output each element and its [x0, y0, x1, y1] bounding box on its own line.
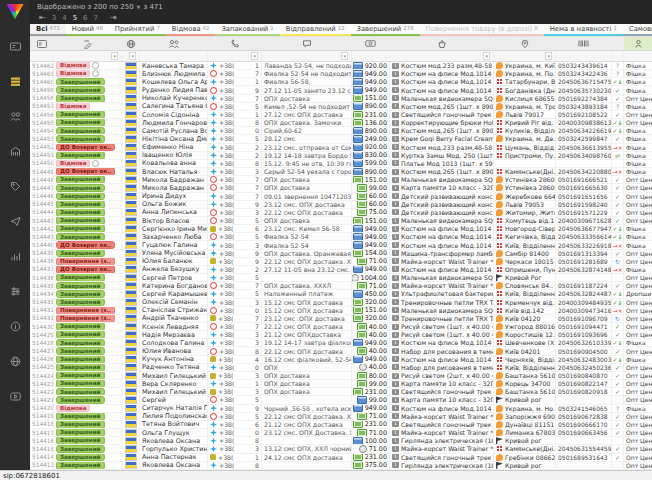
address-cell[interactable]: Львів 79017	[494, 111, 556, 118]
manager-comment[interactable]: 15.12 смс ОПХ доставка	[262, 307, 352, 314]
ttn-number[interactable]: 0501691313394	[556, 250, 612, 257]
video-help-icon[interactable]	[4, 386, 26, 408]
customer-name[interactable]: Вера Скляренко	[140, 380, 208, 387]
table-row[interactable]: 514438 Повернення (з.. Юлия Баланюк +38(…	[30, 258, 652, 266]
ttn-number[interactable]: 0501691187224	[556, 282, 612, 289]
status-cell[interactable]: Завершений	[54, 364, 122, 371]
address-cell[interactable]: Украина, м. Киї..	[494, 62, 556, 69]
product-cell[interactable]: 1 Светящийся гоночный трек Ма..	[390, 388, 494, 395]
address-cell[interactable]: Словянськ 84..	[494, 282, 556, 289]
ttn-number[interactable]: 20450636613955	[556, 144, 612, 151]
table-row[interactable]: 514454 Завершений Самотій Руслана Во.. +…	[30, 127, 652, 135]
phone-cell[interactable]: +38( 6	[208, 421, 262, 428]
table-row[interactable]: 514433 Завершений Олексій Семанін +38( 3…	[30, 299, 652, 307]
orders-icon[interactable]	[4, 71, 26, 93]
address-cell[interactable]: Черняхів, Відділ..	[494, 356, 556, 363]
phone-cell[interactable]: +38( 1	[208, 62, 262, 69]
status-cell[interactable]: Завершений	[54, 339, 122, 346]
manager-comment[interactable]: ОПХ доставка. ХХХЛ	[262, 282, 352, 289]
phone-cell[interactable]: +38( 9	[208, 201, 262, 208]
address-cell[interactable]: Украина, м. Но..	[494, 405, 556, 412]
table-row[interactable]: 514456 Завершений Соломія Сідоніна +38( …	[30, 111, 652, 119]
product-cell[interactable]: 1 Детский развивающий констру..	[390, 201, 494, 208]
customer-name[interactable]: Нікітіна Оксана Дми..	[140, 135, 208, 142]
product-cell[interactable]: 1 Майка-корсет Waist Trainer *142..	[390, 282, 494, 289]
address-cell[interactable]: Київ від.142	[494, 307, 556, 314]
ttn-number[interactable]: 20450634226619	[556, 127, 612, 134]
customer-name[interactable]: Сергієнко Ірина Ми..	[140, 225, 208, 232]
status-cell[interactable]: Відмова	[54, 160, 122, 167]
manager-comment[interactable]: Кемел ,52-54 не подходит	[262, 103, 352, 110]
address-cell[interactable]: Украина, м. Тро..	[494, 103, 556, 110]
product-cell[interactable]: 1 Костюм на флисе Мод.1014 (1ш..	[390, 266, 494, 273]
status-cell[interactable]: Завершений	[54, 413, 122, 420]
col-phone[interactable]	[208, 37, 262, 50]
product-cell[interactable]: 1 Костюм на флисе Мод.1014 (1ш..	[390, 70, 494, 77]
phone-cell[interactable]: +38( 8	[208, 437, 262, 444]
table-row[interactable]: 514423 Завершений Вера Скляренко +38( 1 …	[30, 380, 652, 388]
address-cell[interactable]: Самбір 81400	[494, 250, 556, 257]
status-cell[interactable]: Відмова	[54, 405, 122, 412]
manager-comment[interactable]: Фиалка 56-58,	[262, 78, 352, 85]
address-cell[interactable]	[494, 160, 556, 167]
status-cell[interactable]: ДО Возврат ок..	[54, 266, 122, 273]
phone-cell[interactable]: +38( 3	[208, 388, 262, 395]
ttn-number[interactable]	[556, 274, 612, 281]
table-row[interactable]: 514436 Завершений Сергей Петров +38( 5 1…	[30, 274, 652, 282]
ttn-number[interactable]: 0501691598240	[556, 201, 612, 208]
address-cell[interactable]: Коростишів 12..	[494, 331, 556, 338]
product-cell[interactable]: 1 Гирлянда электрическая (100 л..	[390, 437, 494, 444]
manager-comment[interactable]: ОПХ доставка	[262, 380, 352, 387]
product-cell[interactable]: 1 Тренировочные петли TRX Train..	[390, 299, 494, 306]
company-icon[interactable]	[4, 141, 26, 163]
page-number[interactable]: 6	[83, 14, 87, 22]
phone-cell[interactable]: +38( 2	[208, 266, 262, 273]
product-cell[interactable]: 1 Костюм на флисе Мод.1014 (1ш..	[390, 233, 494, 240]
ttn-number[interactable]: 20400309671628	[556, 217, 612, 224]
product-cell[interactable]: 1 Светящийся гоночный трек Ма..	[390, 454, 494, 461]
address-cell[interactable]: Цумань, Віддід..	[494, 144, 556, 151]
customer-name[interactable]: Кошелева Ольга Ар..	[140, 78, 208, 85]
product-cell[interactable]: 1 Маленькая видеокамера SQ8 *..	[390, 176, 494, 183]
customer-name[interactable]: Радченко Тетяна	[140, 364, 208, 371]
table-row[interactable]: 514425 Завершений Радченко Тетяна +38( 0…	[30, 364, 652, 372]
status-cell[interactable]: Завершений	[54, 176, 122, 183]
ttn-number[interactable]: 20400309473416	[556, 307, 612, 314]
status-cell[interactable]: Завершений	[54, 86, 122, 93]
customer-name[interactable]: Сергей Петров	[140, 274, 208, 281]
status-cell[interactable]: Завершений	[54, 462, 122, 469]
product-cell[interactable]: 1 Костюм мод.265 (1шт. х 890.00 ..	[390, 168, 494, 175]
phone-cell[interactable]: +38( 3	[208, 209, 262, 216]
phone-cell[interactable]: +38( 5	[208, 413, 262, 420]
page-number[interactable]: 3	[52, 14, 56, 22]
status-cell[interactable]: Завершений	[54, 152, 122, 159]
ttn-number[interactable]: 0503243422436	[556, 70, 612, 77]
manager-comment[interactable]: ОПХ доставка. Оранжевая	[262, 250, 352, 257]
status-cell[interactable]: Завершений	[54, 437, 122, 444]
manager-comment[interactable]: 21.12 смс ОПХдоставка	[262, 331, 352, 338]
status-cell[interactable]: Завершений	[54, 78, 122, 85]
phone-cell[interactable]: +38( 9	[208, 258, 262, 265]
product-cell[interactable]: 1 Светящийся гоночный трек Ма..	[390, 421, 494, 428]
customer-name[interactable]: Олексій Семанін	[140, 299, 208, 306]
customer-name[interactable]: Михаил Гилецький	[140, 372, 208, 379]
manager-comment[interactable]: 27.12 11-05 занято 23.12 смс.	[262, 86, 352, 93]
col-ttn-status[interactable]	[612, 37, 624, 50]
table-row[interactable]: 514437 ДО Возврат ок.. Анжела Безушку +3…	[30, 266, 652, 274]
table-row[interactable]: 514422 Завершений Михаил Гилецький +38( …	[30, 388, 652, 396]
address-cell[interactable]: Шевченкове (Х..	[494, 339, 556, 346]
per-page-dropdown[interactable]: ▼	[137, 4, 141, 10]
ttn-number[interactable]: 0501690822147	[556, 380, 612, 387]
product-cell[interactable]: 1 Набор для рисования в темнот..	[390, 347, 494, 354]
status-cell[interactable]: Завершений	[54, 119, 122, 126]
phone-cell[interactable]: +38( 3	[208, 372, 262, 379]
ttn-number[interactable]: 0501692274384	[556, 95, 612, 102]
customer-name[interactable]: Сергей Карамышев	[140, 290, 208, 297]
customer-name[interactable]: Юлия Иванова	[140, 347, 208, 354]
ttn-number[interactable]: 20450632610339	[556, 339, 612, 346]
table-row[interactable]: 514430 Завершений Ксенія Левадняя +38( 7…	[30, 323, 652, 331]
manager-comment[interactable]: 15.12. 9:45 не отв, 10:39 горе в..	[262, 160, 352, 167]
ttn-number[interactable]: 0501691571229	[556, 209, 612, 216]
phone-cell[interactable]: +38( 1	[208, 454, 262, 461]
customer-name[interactable]: Надія Мерзаєва	[140, 331, 208, 338]
